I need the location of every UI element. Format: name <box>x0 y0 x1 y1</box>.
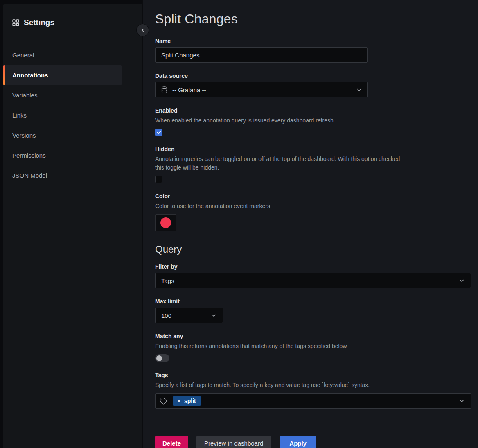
sidebar-item-general[interactable]: General <box>3 45 122 65</box>
settings-header: Settings <box>3 18 142 27</box>
delete-button[interactable]: Delete <box>155 436 188 448</box>
max-limit-field: Max limit 100 <box>155 298 471 323</box>
data-source-value: -- Grafana -- <box>172 86 206 93</box>
remove-tag-icon[interactable] <box>177 399 181 403</box>
filter-by-value: Tags <box>161 277 174 284</box>
checkmark-icon <box>156 130 162 135</box>
name-input[interactable] <box>155 47 368 63</box>
color-description: Color to use for the annotation event ma… <box>155 202 403 210</box>
settings-nav: General Annotations Variables Links Vers… <box>3 45 142 186</box>
apply-button[interactable]: Apply <box>280 436 316 448</box>
sidebar-item-variables[interactable]: Variables <box>3 85 122 105</box>
color-field: Color Color to use for the annotation ev… <box>155 193 471 231</box>
tags-field: Tags Specify a list of tags to match. To… <box>155 372 471 409</box>
color-label: Color <box>155 193 471 199</box>
tags-label: Tags <box>155 372 471 378</box>
max-limit-value: 100 <box>161 312 171 319</box>
chevron-left-icon <box>140 28 145 33</box>
sidebar-item-versions[interactable]: Versions <box>3 125 122 145</box>
page-title: Split Changes <box>155 11 471 27</box>
tag-icon <box>160 397 167 405</box>
settings-sidebar: Settings General Annotations Variables L… <box>0 0 142 448</box>
enabled-field: Enabled When enabled the annotation quer… <box>155 107 471 136</box>
toggle-knob <box>156 355 162 361</box>
enabled-label: Enabled <box>155 107 471 114</box>
match-any-label: Match any <box>155 333 471 339</box>
sidebar-item-permissions[interactable]: Permissions <box>3 145 122 165</box>
tag-pill-label: split <box>184 398 196 404</box>
hidden-label: Hidden <box>155 146 471 152</box>
database-icon <box>160 86 168 94</box>
max-limit-select[interactable]: 100 <box>155 308 223 323</box>
sidebar-item-annotations[interactable]: Annotations <box>3 65 122 85</box>
match-any-field: Match any Enabling this returns annotati… <box>155 333 471 362</box>
action-buttons-row: Delete Preview in dashboard Apply <box>155 436 471 448</box>
name-field: Name <box>155 38 471 63</box>
filter-by-label: Filter by <box>155 263 471 270</box>
annotation-color-dot <box>160 217 171 228</box>
chevron-down-icon <box>211 312 217 319</box>
filter-by-field: Filter by Tags <box>155 263 471 288</box>
max-limit-label: Max limit <box>155 298 471 305</box>
preview-in-dashboard-button[interactable]: Preview in dashboard <box>196 436 271 448</box>
data-source-label: Data source <box>155 72 471 79</box>
color-picker-button[interactable] <box>155 214 176 231</box>
hidden-field: Hidden Annotation queries can be toggled… <box>155 146 471 183</box>
match-any-toggle[interactable] <box>155 354 169 362</box>
chevron-down-icon <box>459 278 465 284</box>
tags-input[interactable]: split <box>155 393 471 409</box>
tag-pill-split[interactable]: split <box>173 396 201 406</box>
chevron-down-icon[interactable] <box>459 398 465 404</box>
enabled-checkbox[interactable] <box>155 129 162 136</box>
tags-description: Specify a list of tags to match. To spec… <box>155 381 403 389</box>
settings-title: Settings <box>24 18 54 27</box>
name-label: Name <box>155 38 471 44</box>
apps-grid-icon <box>12 19 19 26</box>
filter-by-select[interactable]: Tags <box>155 273 471 288</box>
collapse-sidebar-button[interactable] <box>137 24 149 36</box>
hidden-description: Annotation queries can be toggled on or … <box>155 155 403 172</box>
annotation-settings-panel: Split Changes Name Data source -- Grafan… <box>142 0 478 448</box>
enabled-description: When enabled the annotation query is iss… <box>155 116 403 125</box>
sidebar-item-json-model[interactable]: JSON Model <box>3 165 122 186</box>
hidden-checkbox[interactable] <box>155 176 162 183</box>
query-section-title: Query <box>155 244 471 255</box>
data-source-field: Data source -- Grafana -- <box>155 72 471 97</box>
chevron-down-icon <box>356 87 362 93</box>
sidebar-item-links[interactable]: Links <box>3 105 122 125</box>
match-any-description: Enabling this returns annotations that m… <box>155 342 403 351</box>
data-source-picker[interactable]: -- Grafana -- <box>155 82 368 97</box>
